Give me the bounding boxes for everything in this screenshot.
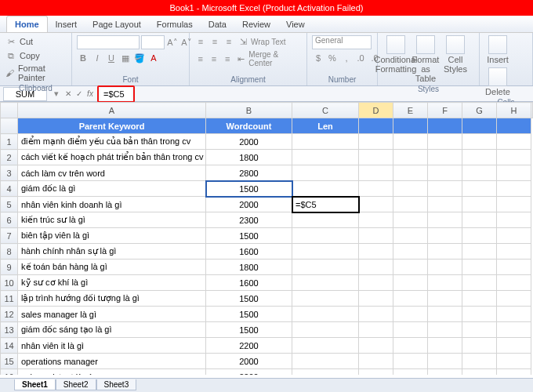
cell-wordcount: 1500 [206, 181, 292, 197]
row-header: 15 [1, 354, 18, 369]
delete-cells-button[interactable]: Delete [484, 67, 511, 96]
cell-keyword: nhân viên it là gì [18, 338, 206, 354]
table-row[interactable]: 8hành chính nhân sự là gì1600 [1, 244, 533, 260]
spreadsheet-grid[interactable]: A B C D E F G H I Parent KeywordWordcoun… [0, 102, 533, 375]
fx-icon[interactable]: fx [85, 89, 96, 98]
cut-button[interactable]: ✂Cut [5, 35, 67, 48]
table-row[interactable]: 1điểm mạnh điểm yếu của bản thân trong c… [1, 134, 533, 150]
row-header: 14 [1, 338, 18, 354]
table-row[interactable]: 4giám đốc là gì1500 [1, 181, 533, 197]
group-alignment-label: Alignment [194, 74, 302, 85]
tab-data[interactable]: Data [201, 16, 234, 32]
row-header: 7 [1, 228, 18, 244]
cell-wordcount: 1500 [206, 228, 292, 244]
comma-icon[interactable]: , [340, 52, 353, 64]
table-row[interactable]: 16sale assistant là gì2200 [1, 369, 533, 376]
cell-keyword: hành chính nhân sự là gì [18, 244, 206, 260]
cell-keyword: điểm mạnh điểm yếu của bản thân trong cv [18, 134, 206, 150]
conditional-formatting-icon [386, 35, 405, 54]
tab-home[interactable]: Home [6, 16, 48, 32]
table-row[interactable]: 12sales manager là gì1500 [1, 307, 533, 322]
col-header-a: A [18, 103, 206, 118]
italic-button[interactable]: I [91, 52, 103, 64]
tab-insert[interactable]: Insert [48, 16, 85, 32]
table-row[interactable]: 14nhân viên it là gì2200 [1, 338, 533, 354]
sheet-tabs: Sheet1 Sheet2 Sheet3 [0, 378, 533, 392]
font-size-select[interactable] [141, 35, 165, 49]
indent-dec-icon[interactable]: ⇤ [235, 53, 247, 65]
table-row[interactable]: 6kiến trúc sư là gì2300 [1, 212, 533, 228]
align-top-icon[interactable]: ≡ [194, 35, 207, 48]
align-bot-icon[interactable]: ≡ [223, 35, 235, 48]
table-row[interactable]: 3cách làm cv trên word2800 [1, 165, 533, 181]
tab-page-layout[interactable]: Page Layout [85, 16, 149, 32]
header-wordcount: Wordcount [206, 118, 292, 134]
inc-decimal-icon[interactable]: .0 [354, 52, 367, 64]
align-right-icon[interactable]: ≡ [222, 53, 234, 65]
cell-wordcount: 2000 [206, 354, 292, 369]
sheet-tab-1[interactable]: Sheet1 [14, 379, 56, 390]
grow-font-icon[interactable]: A˄ [166, 36, 179, 49]
border-button[interactable]: ▦ [119, 52, 132, 64]
delete-icon [488, 67, 507, 86]
number-format-select[interactable]: General [312, 35, 372, 49]
sheet-tab-3[interactable]: Sheet3 [96, 379, 137, 390]
conditional-formatting-button[interactable]: Conditional Formatting [383, 35, 409, 74]
group-font-label: Font [77, 74, 184, 85]
align-center-icon[interactable]: ≡ [208, 53, 219, 65]
tab-formulas[interactable]: Formulas [149, 16, 201, 32]
col-header-c: C [292, 103, 359, 118]
fill-color-button[interactable]: 🪣 [133, 52, 146, 64]
table-row[interactable]: 13giám đốc sáng tạo là gì1500 [1, 322, 533, 338]
cell-styles-button[interactable]: Cell Styles [442, 35, 469, 74]
orientation-icon[interactable]: ⇲ [237, 35, 249, 48]
table-row[interactable]: 7biên tập viên là gì1500 [1, 228, 533, 244]
group-number-label: Number [312, 74, 372, 85]
table-row[interactable]: 5nhân viên kinh doanh là gì2000=$C5 [1, 197, 533, 212]
table-icon [416, 35, 435, 54]
table-row[interactable]: 15operations manager2000 [1, 354, 533, 369]
cell-keyword: biên tập viên là gì [18, 228, 206, 244]
column-headers[interactable]: A B C D E F G H I [1, 103, 533, 118]
sheet-tab-2[interactable]: Sheet2 [56, 379, 96, 390]
wrap-text-button[interactable]: Wrap Text [251, 38, 286, 46]
cell-keyword: giám đốc sáng tạo là gì [18, 322, 206, 338]
row-header: 3 [1, 165, 18, 181]
scissors-icon: ✂ [5, 35, 17, 48]
table-row[interactable]: 9kế toán bán hàng là gì1800 [1, 260, 533, 275]
table-row[interactable]: 2cách viết kế hoạch phát triển bản thân … [1, 150, 533, 165]
copy-button[interactable]: ⧉Copy [5, 49, 67, 62]
row-header: 9 [1, 260, 18, 275]
formula-highlight [97, 85, 135, 103]
currency-icon[interactable]: $ [312, 52, 325, 64]
copy-icon: ⧉ [5, 49, 17, 62]
table-row[interactable]: 10kỹ sư cơ khí là gì1600 [1, 275, 533, 291]
group-clipboard-label: Clipboard [5, 82, 67, 94]
cell-wordcount: 2000 [206, 134, 292, 150]
insert-cells-button[interactable]: Insert [484, 35, 511, 64]
cell-wordcount: 2000 [206, 197, 292, 212]
underline-button[interactable]: U [105, 52, 118, 64]
align-left-icon[interactable]: ≡ [194, 53, 206, 65]
cell-wordcount: 1800 [206, 260, 292, 275]
font-family-select[interactable] [77, 35, 140, 49]
format-as-table-button[interactable]: Format as Table [412, 35, 439, 83]
tab-view[interactable]: View [278, 16, 313, 32]
font-color-button[interactable]: A [147, 52, 160, 64]
editing-cell: =$C5 [292, 197, 359, 212]
row-header: 11 [1, 291, 18, 307]
tab-review[interactable]: Review [234, 16, 278, 32]
align-mid-icon[interactable]: ≡ [208, 35, 221, 48]
cell-wordcount: 1500 [206, 307, 292, 322]
table-row[interactable]: 11lập trình hướng đối tượng là gì1500 [1, 291, 533, 307]
cell-keyword: cách viết kế hoạch phát triển bản thân t… [18, 150, 206, 165]
col-header-e: E [393, 103, 428, 118]
format-painter-button[interactable]: 🖌Format Painter [5, 64, 67, 82]
bold-button[interactable]: B [77, 52, 89, 64]
percent-icon[interactable]: % [326, 52, 339, 64]
cell-keyword: lập trình hướng đối tượng là gì [18, 291, 206, 307]
row-header: 12 [1, 307, 18, 322]
enter-formula-icon[interactable]: ✓ [74, 89, 85, 98]
merge-center-button[interactable]: Merge & Center [248, 50, 302, 67]
formula-input[interactable] [100, 88, 132, 100]
